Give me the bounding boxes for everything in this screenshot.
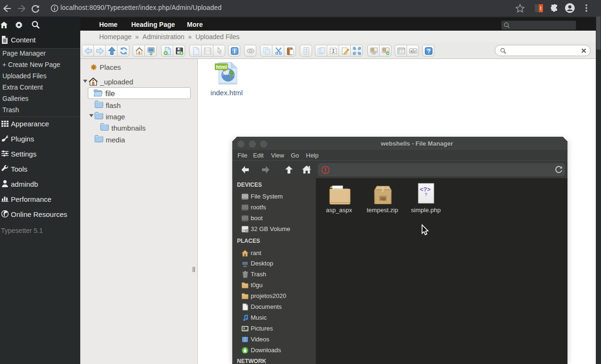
- svg-text:zip: zip: [381, 196, 386, 201]
- svg-text:?: ?: [427, 48, 431, 55]
- svg-text:a: a: [410, 49, 413, 53]
- svg-text:?: ?: [424, 192, 428, 198]
- svg-text:html: html: [216, 64, 227, 70]
- svg-text:z: z: [414, 49, 416, 53]
